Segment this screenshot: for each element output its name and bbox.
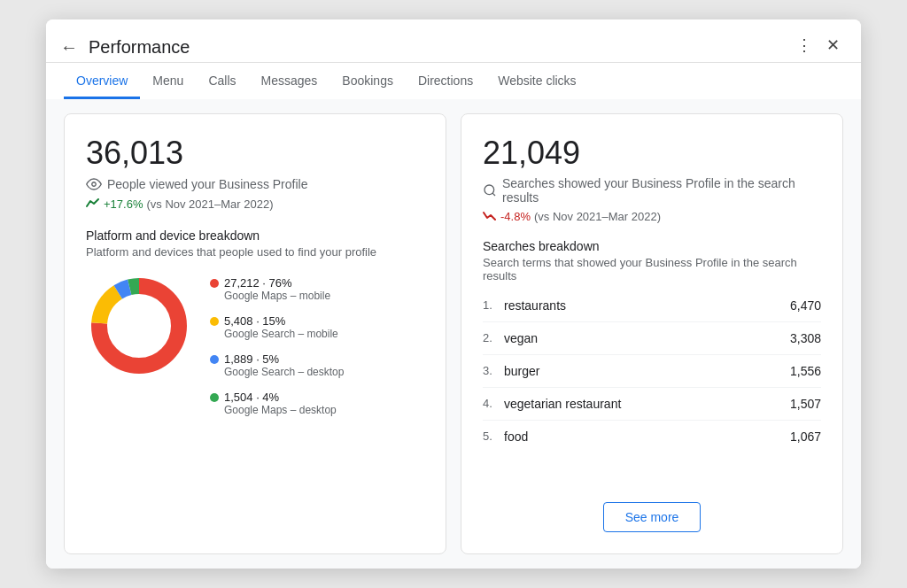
svg-point-5: [485, 185, 494, 195]
legend-label-3: 1,504 · 4%: [224, 391, 337, 404]
searches-stat-number: 21,049: [483, 135, 821, 171]
legend-label-0: 27,212 · 76%: [224, 276, 330, 290]
tab-messages[interactable]: Messages: [249, 63, 330, 99]
legend-dot-maps-mobile: [210, 279, 219, 288]
donut-svg: [86, 273, 192, 379]
legend-dot-search-desktop: [210, 355, 219, 364]
views-stat-label: People viewed your Business Profile: [86, 176, 424, 192]
legend-item: 5,408 · 15% Google Search – mobile: [210, 314, 344, 340]
breakdown-subtitle: Platform and devices that people used to…: [86, 245, 424, 259]
trend-down-icon: [483, 210, 497, 222]
tab-calls[interactable]: Calls: [196, 63, 248, 99]
header-actions: ⋮ ✕: [793, 32, 843, 62]
searches-card: 21,049 Searches showed your Business Pro…: [461, 113, 843, 554]
legend-sub-2: Google Search – desktop: [224, 366, 344, 378]
legend-dot-maps-desktop: [210, 393, 219, 402]
legend-sub-0: Google Maps – mobile: [224, 290, 330, 302]
searches-breakdown-sub: Search terms that showed your Business P…: [483, 256, 821, 282]
donut-section: 27,212 · 76% Google Maps – mobile 5,408 …: [86, 273, 424, 416]
breakdown-title: Platform and device breakdown: [86, 228, 424, 243]
modal-header: ← Performance ⋮ ✕: [46, 19, 861, 63]
legend-item: 27,212 · 76% Google Maps – mobile: [210, 276, 344, 302]
views-trend: +17.6% (vs Nov 2021–Mar 2022): [86, 197, 424, 211]
legend-sub-1: Google Search – mobile: [224, 328, 338, 340]
donut-legend: 27,212 · 76% Google Maps – mobile 5,408 …: [210, 273, 344, 416]
modal-body: 36,013 People viewed your Business Profi…: [46, 99, 861, 569]
legend-item: 1,504 · 4% Google Maps – desktop: [210, 391, 344, 416]
search-row-1: 1. restaurants 6,470: [483, 290, 821, 322]
tab-website-clicks[interactable]: Website clicks: [485, 63, 588, 99]
searches-breakdown-title: Searches breakdown: [483, 239, 821, 253]
modal-title: Performance: [89, 37, 793, 58]
search-icon: [483, 183, 497, 197]
see-more-button[interactable]: See more: [603, 502, 702, 532]
search-row-2: 2. vegan 3,308: [483, 322, 821, 355]
svg-point-0: [92, 182, 97, 186]
donut-chart: [86, 273, 192, 379]
tab-overview[interactable]: Overview: [64, 63, 140, 99]
tabs-row: Overview Menu Calls Messages Bookings Di…: [46, 63, 861, 99]
searches-stat-label: Searches showed your Business Profile in…: [483, 176, 821, 205]
search-row-4: 4. vegetarian restaurant 1,507: [483, 388, 821, 421]
svg-line-6: [492, 193, 495, 196]
tab-bookings[interactable]: Bookings: [329, 63, 406, 99]
eye-icon: [86, 176, 102, 192]
legend-label-2: 1,889 · 5%: [224, 352, 344, 366]
searches-trend: -4.8% (vs Nov 2021–Mar 2022): [483, 210, 821, 223]
modal-container: ← Performance ⋮ ✕ Overview Menu Calls Me…: [46, 19, 861, 569]
legend-dot-search-mobile: [210, 317, 219, 326]
legend-sub-3: Google Maps – desktop: [224, 404, 337, 416]
views-card: 36,013 People viewed your Business Profi…: [64, 113, 446, 554]
search-row-5: 5. food 1,067: [483, 421, 821, 453]
views-stat-number: 36,013: [86, 135, 424, 171]
tab-directions[interactable]: Directions: [406, 63, 485, 99]
more-options-button[interactable]: ⋮: [793, 32, 816, 58]
search-row-3: 3. burger 1,556: [483, 355, 821, 388]
trend-up-icon: [86, 197, 100, 210]
search-list: 1. restaurants 6,470 2. vegan 3,308 3. b…: [483, 290, 821, 453]
back-button[interactable]: ←: [60, 34, 85, 61]
legend-label-1: 5,408 · 15%: [224, 314, 338, 328]
legend-item: 1,889 · 5% Google Search – desktop: [210, 352, 344, 378]
tab-menu[interactable]: Menu: [140, 63, 196, 99]
close-button[interactable]: ✕: [823, 32, 843, 58]
